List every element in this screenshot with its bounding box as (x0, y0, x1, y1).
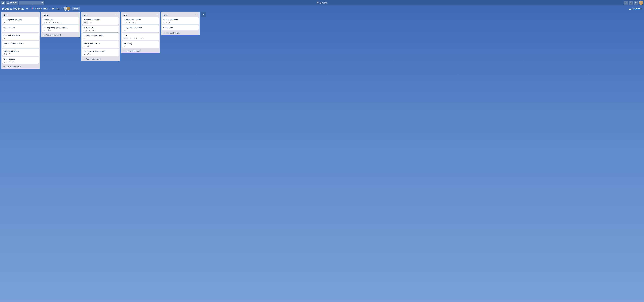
add-card-button[interactable]: Add another card (2, 65, 39, 68)
list-title[interactable]: Now (123, 14, 127, 16)
boards-icon (7, 2, 9, 4)
card[interactable]: Mobile app (162, 25, 198, 30)
boards-button[interactable]: Boards (6, 1, 18, 5)
checklist-badge: 0/13 (57, 21, 63, 23)
description-badge (90, 22, 92, 24)
invite-button[interactable]: Invite (72, 7, 80, 10)
card[interactable]: Additional sticker packs (82, 33, 119, 40)
list-menu-button[interactable]: ⋯ (196, 14, 198, 16)
list-menu-button[interactable]: ⋯ (116, 14, 118, 16)
votes-badge: 1 (84, 30, 87, 32)
list-title[interactable]: Next (83, 14, 87, 16)
card[interactable]: Video embedding1 (2, 49, 39, 56)
info-button[interactable] (629, 1, 633, 5)
card[interactable]: Customizable links (2, 33, 39, 40)
home-button[interactable] (1, 1, 5, 5)
attachments-count: 1 (134, 22, 136, 23)
user-avatar[interactable] (639, 1, 643, 5)
card[interactable]: Expand notifications11 (122, 17, 159, 24)
thumb-up-icon (124, 21, 126, 23)
add-card-button[interactable]: Add another card (42, 33, 79, 36)
attachments-count: 1 (95, 30, 96, 32)
description-badge (130, 37, 132, 39)
card-title: Photo gallery support (4, 18, 38, 21)
votes-badge: 2 (84, 21, 88, 24)
attachment-icon (92, 30, 94, 32)
card[interactable]: Power-Ups150/13 (42, 17, 79, 24)
show-menu-button[interactable]: ⋯ Show Menu (629, 7, 642, 10)
member-avatar[interactable] (66, 7, 70, 10)
team-chip[interactable]: airfocus Free (32, 7, 48, 10)
create-button[interactable] (624, 1, 628, 5)
attachments-badge: 2 (133, 37, 137, 39)
thumb-up-icon (84, 22, 86, 24)
card[interactable]: More language options (2, 41, 39, 48)
votes-badge: 1 (4, 53, 7, 55)
card[interactable]: Photo gallery support (2, 17, 39, 24)
list-menu-button[interactable]: ⋯ (156, 14, 158, 16)
ellipsis-icon: ⋯ (629, 7, 631, 10)
notifications-button[interactable] (634, 1, 638, 5)
list-title[interactable]: Ideas (3, 14, 8, 16)
svg-point-1 (42, 2, 42, 3)
attachment-icon (87, 45, 89, 47)
board-title[interactable]: Product Roadmap (2, 7, 24, 10)
card[interactable]: 2FA120/10 (122, 33, 159, 40)
plus-icon (43, 34, 45, 36)
card[interactable]: Custom Emoji11 (82, 26, 119, 32)
card-badges: 11 (84, 30, 118, 32)
description-icon (84, 45, 86, 47)
card[interactable]: Delete permissions2 (82, 41, 119, 48)
votes-count: 1 (46, 22, 47, 23)
card-title: More language options (4, 42, 38, 44)
star-button[interactable] (26, 7, 28, 10)
thumb-up-icon (44, 21, 46, 23)
description-icon (48, 21, 50, 23)
list-menu-button[interactable]: ⋯ (36, 14, 38, 16)
add-card-label: Add another card (46, 34, 61, 36)
votes-count: 1 (166, 22, 167, 23)
votes-count: 1 (6, 61, 7, 63)
card[interactable]: Emoji support11 (2, 57, 39, 64)
add-card-button[interactable]: Add another card (162, 31, 198, 34)
thumb-up-icon (4, 53, 6, 55)
description-badge (9, 61, 11, 63)
description-badge (84, 37, 86, 39)
add-list-button[interactable] (201, 12, 206, 17)
boards-button-label: Boards (10, 1, 17, 4)
description-icon (4, 21, 6, 23)
add-card-label: Add another card (86, 58, 100, 60)
card[interactable]: Assign checklist items (122, 25, 159, 32)
card[interactable]: Reporting (122, 41, 159, 48)
app-topbar: Boards Trello (0, 0, 644, 5)
list-title[interactable]: Done (163, 14, 168, 16)
list: Future⋯Power-Ups150/13Card syncing acros… (41, 12, 80, 37)
member-stack[interactable] (64, 7, 70, 10)
description-badge (4, 45, 6, 47)
card[interactable]: Mark cards as done2 (82, 17, 119, 24)
list-menu-button[interactable]: ⋯ (76, 14, 78, 16)
thumb-up-icon (163, 21, 166, 23)
attachment-icon (12, 61, 14, 63)
search-input[interactable] (19, 1, 44, 5)
card[interactable]: "Heart" comments1 (162, 17, 198, 24)
card[interactable]: Card syncing across boards3 (42, 25, 79, 32)
checklist-count: 0/10 (141, 37, 144, 39)
add-card-button[interactable]: Add another card (122, 49, 159, 52)
add-card-label: Add another card (166, 32, 180, 34)
description-badge (88, 30, 90, 32)
card-badges (4, 37, 38, 39)
card[interactable]: 3rd party calendar support1 (82, 49, 119, 56)
visibility-button[interactable]: Public (52, 7, 60, 10)
description-badge (4, 29, 6, 31)
card-badges: 1 (4, 53, 38, 55)
description-icon (168, 21, 170, 23)
globe-icon (52, 7, 54, 10)
list-title[interactable]: Future (43, 14, 49, 16)
invite-label: Invite (74, 7, 78, 10)
add-card-button[interactable]: Add another card (82, 57, 119, 60)
description-badge (48, 21, 50, 23)
card[interactable]: Starred cards (2, 25, 39, 32)
description-badge (44, 29, 46, 31)
card-title: Power-Ups (44, 18, 78, 21)
